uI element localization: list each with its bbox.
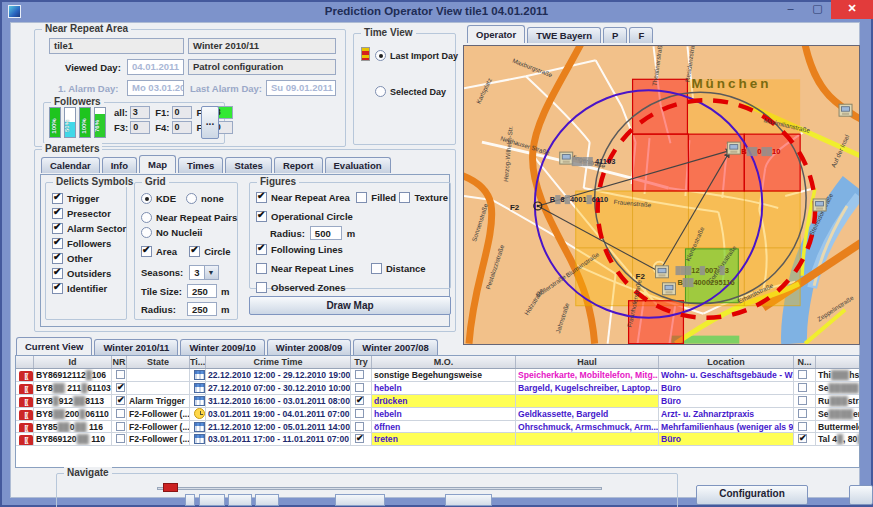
column-header[interactable] [816,356,860,368]
try-checkbox[interactable] [355,422,364,431]
n-checkbox[interactable] [798,409,807,418]
checkbox-circle[interactable]: Circle [189,246,230,257]
view-tab-winter-2007-08[interactable]: Winter 2007/08 [353,339,437,355]
column-header-location[interactable]: Location [659,356,794,368]
checkbox-area[interactable]: Area [141,246,177,257]
calendar-icon[interactable] [194,422,205,432]
grid-radius-input[interactable]: 250 [187,302,217,316]
tab-map[interactable]: Map [139,155,176,173]
navigate-combo[interactable] [335,494,385,506]
column-header-nr[interactable]: NR [112,356,127,368]
column-header-state[interactable]: State [127,356,190,368]
nr-checkbox[interactable] [116,434,125,443]
navigate-slider-handle[interactable] [163,483,178,492]
table-row[interactable]: [(BY85██0██ 116F2-Follower (...21.12.201… [16,421,859,434]
tile-field[interactable]: tile1 [49,38,184,54]
radio-last-import-day[interactable]: Last Import Day [375,50,458,61]
checkbox-distance[interactable]: Distance [371,263,426,274]
try-checkbox[interactable] [355,383,364,392]
viewed-day-field[interactable]: 04.01.2011 [127,59,184,75]
table-row[interactable]: [(BY86912112█10622.12.2010 12:00 - 29.12… [16,369,859,382]
map-tab-f[interactable]: F [629,27,653,43]
table-row[interactable]: [(BY8█912██8113Alarm Trigger31.12.2010 1… [16,395,859,408]
navigate-slider-track[interactable] [157,487,602,490]
map-tab-operator[interactable]: Operator [467,25,525,43]
figures-radius-input[interactable]: 500 [310,226,342,240]
nr-checkbox[interactable] [116,409,125,418]
column-header-m-o[interactable]: M.O. [372,356,516,368]
navigate-button[interactable] [185,494,195,506]
draw-map-button[interactable]: Draw Map [249,296,451,315]
radio-no-nucleii[interactable]: No Nucleii [141,227,235,238]
close-button[interactable]: ✕ [831,0,873,19]
try-checkbox[interactable] [355,370,364,379]
n-checkbox[interactable] [798,434,807,443]
tab-info[interactable]: Info [102,157,137,173]
followers-more-button[interactable]: ... [201,106,219,139]
crime-table[interactable]: IdNRStateTi...Crime TimeTryM.O.HaulLocat… [15,355,860,468]
checkbox-texture[interactable]: Texture [399,192,448,203]
checkbox-other[interactable]: Other [52,253,126,264]
maximize-button[interactable]: ▢ [804,0,831,19]
tab-report[interactable]: Report [274,157,323,173]
try-checkbox[interactable] [355,396,364,405]
column-header-n[interactable]: N... [794,356,816,368]
radio-kde[interactable]: KDE [141,193,176,204]
season-field[interactable]: Winter 2010/11 [188,38,336,54]
last-alarm-day-field[interactable]: Su 09.01.2011 [266,80,336,96]
column-header-crime-time[interactable]: Crime Time [206,356,351,368]
calendar-icon[interactable] [194,434,205,444]
navigate-button[interactable] [255,494,279,506]
alarm-day-field[interactable]: Mo 03.01.2011 [127,80,184,96]
view-tab-winter-2008-09[interactable]: Winter 2008/09 [267,339,351,355]
n-checkbox[interactable] [798,383,807,392]
radio-none[interactable]: none [186,193,224,204]
minimize-button[interactable]: – [777,0,804,19]
checkbox-identifier[interactable]: Identifier [52,283,126,294]
table-row[interactable]: [(BY869120██ 110F2-Follower (...03.01.20… [16,433,859,446]
radio-near-repeat-pairs[interactable]: Near Repeat Pairs [141,212,235,223]
nr-checkbox[interactable] [116,383,125,392]
tab-evaluation[interactable]: Evaluation [325,157,391,173]
partial-button[interactable] [849,485,873,505]
nr-checkbox[interactable] [116,396,125,405]
column-header[interactable] [16,356,34,368]
checkbox-near-repeat-area[interactable]: Near Repeat Area [256,192,356,203]
map-view[interactable]: KarlsplatzMaxburgstraßeNeuhauser StraßeK… [463,45,860,345]
navigate-button[interactable] [445,494,492,506]
column-header-haul[interactable]: Haul [516,356,659,368]
n-checkbox[interactable] [798,370,807,379]
view-tab-winter-2009-10[interactable]: Winter 2009/10 [180,339,264,355]
table-row[interactable]: [(BY8██ 211█6110327.12.2010 07:00 - 30.1… [16,382,859,395]
tile-size-input[interactable]: 250 [187,284,217,298]
clock-icon[interactable] [194,408,205,419]
checkbox-presector[interactable]: Presector [52,208,126,219]
calendar-icon[interactable] [194,383,205,393]
checkbox-filled[interactable]: Filled [356,192,399,203]
radio-selected-day[interactable]: Selected Day [375,86,446,97]
tab-calendar[interactable]: Calendar [41,157,100,173]
checkbox-alarm-sector[interactable]: Alarm Sector [52,223,126,234]
column-header-ti[interactable]: Ti... [190,356,206,368]
configuration-button[interactable]: Configuration [696,485,808,505]
view-tab-winter-2010-11[interactable]: Winter 2010/11 [94,339,178,355]
view-tab-current-view[interactable]: Current View [16,337,92,355]
patrol-config-field[interactable]: Patrol configuration [188,59,336,75]
n-checkbox[interactable] [798,396,807,405]
n-checkbox[interactable] [798,422,807,431]
calendar-icon[interactable] [194,396,205,406]
checkbox-trigger[interactable]: Trigger [52,193,126,204]
checkbox-operational-circle[interactable]: Operational Circle [256,211,448,222]
column-header-try[interactable]: Try [351,356,372,368]
checkbox-near-repeat-lines[interactable]: Near Repeat Lines [256,263,371,274]
checkbox-followers[interactable]: Followers [52,238,126,249]
table-row[interactable]: [(BY8██200█06110F2-Follower (...03.01.20… [16,408,859,421]
checkbox-following-lines[interactable]: Following Lines [256,244,448,255]
navigate-button[interactable] [228,494,252,506]
nr-checkbox[interactable] [116,370,125,379]
calendar-icon[interactable] [194,370,205,380]
nr-checkbox[interactable] [116,422,125,431]
column-header-id[interactable]: Id [34,356,112,368]
tab-times[interactable]: Times [178,157,223,173]
map-tab-p[interactable]: P [603,27,627,43]
